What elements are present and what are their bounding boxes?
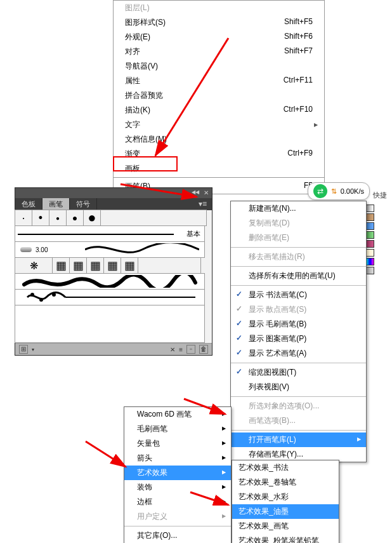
lib-wacom[interactable]: Wacom 6D 画笔 (124, 407, 231, 422)
ctx-thumb-view[interactable]: 缩览图视图(T) (231, 365, 366, 380)
brush-size-value: 3.00 (36, 246, 48, 253)
art-ink[interactable]: 艺术效果_油墨 (232, 504, 339, 519)
brush-thumb-grid[interactable] (138, 257, 201, 274)
art-chalk[interactable]: 艺术效果_粉笔炭笔铅笔 (232, 533, 339, 543)
brush-thumb[interactable]: ● (49, 210, 67, 226)
brush-list: · • ● ● ● 基本 3.00 ❋ ▦ ▦ ▦ (15, 210, 212, 344)
ctx-show-art[interactable]: 显示 艺术画笔(A) (231, 346, 366, 361)
menu-label: 导航器(V) (125, 61, 158, 72)
ctx-show-brush[interactable]: 显示 毛刷画笔(B) (231, 317, 366, 332)
ctx-sel-options: 所选对象的选项(O)... (231, 399, 366, 413)
menu-shortcut: Ctrl+F11 (284, 76, 313, 86)
brush-thumb[interactable]: • (32, 210, 49, 226)
menu-shortcut: Ctrl+F10 (284, 105, 313, 116)
menu-item-attributes[interactable]: 属性 Ctrl+F11 (114, 74, 324, 88)
panel-tabs: 色板 画笔 符号 ▾≡ (15, 198, 212, 210)
lib-vector[interactable]: 矢量包 (124, 436, 231, 451)
svg-point-1 (39, 298, 43, 302)
ctx-list-view[interactable]: 列表视图(V) (231, 380, 366, 394)
ctx-dup-brush: 复制画笔(D) (231, 216, 366, 231)
remove-stroke-icon[interactable]: ✕ (170, 346, 175, 353)
ctx-del-brush: 删除画笔(E) (231, 231, 366, 245)
library-icon[interactable]: ⊞ (19, 345, 28, 354)
ctx-brush-options: 画笔选项(B)... (231, 413, 366, 428)
menu-label: 文字 (125, 119, 140, 130)
menu-label: 文档信息(M) (125, 134, 167, 145)
lib-arrows[interactable]: 箭头 (124, 451, 231, 466)
brush-thumb-grid[interactable]: ▦ (86, 257, 104, 274)
lib-artistic[interactable]: 艺术效果 (124, 466, 231, 480)
panel-footer: ⊞ ▾ ✕ ≡ ▫ 🗑 (15, 344, 212, 355)
menu-label: 图层(L) (125, 3, 150, 13)
menu-item-flattener[interactable]: 拼合器预览 (114, 88, 324, 103)
brush-sample-rough[interactable] (15, 273, 205, 290)
art-scroll[interactable]: 艺术效果_卷轴笔 (232, 475, 339, 490)
brush-thumb[interactable]: ● (83, 210, 101, 226)
wave-preview (85, 243, 199, 256)
ctx-remove-stroke: 移去画笔描边(R) (231, 250, 366, 264)
brush-thumb-ornament[interactable]: ❋ (15, 257, 53, 274)
brush-library-menu: Wacom 6D 画笔 毛刷画笔 矢量包 箭头 艺术效果 装饰 边框 用户定义 … (124, 406, 232, 543)
menu-item-graphic-styles[interactable]: 图形样式(S) Shift+F5 (114, 15, 324, 30)
menu-label: 图形样式(S) (125, 17, 166, 28)
lib-borders[interactable]: 边框 (124, 495, 231, 509)
brush-sample-basic[interactable]: 基本 (15, 225, 205, 242)
svg-point-0 (30, 293, 34, 297)
lib-decorative[interactable]: 装饰 (124, 480, 231, 495)
brush-sample-flourish[interactable] (15, 289, 205, 305)
menu-item-navigator[interactable]: 导航器(V) (114, 59, 324, 74)
lib-bristle[interactable]: 毛刷画笔 (124, 422, 231, 436)
brush-sample-wave[interactable]: 3.00 (15, 241, 205, 258)
brush-thumb-grid[interactable]: ▦ (121, 257, 138, 274)
ctx-show-pattern[interactable]: 显示 图案画笔(P) (231, 332, 366, 346)
brush-thumb-grid[interactable]: ▦ (52, 257, 70, 274)
ctx-open-library[interactable]: 打开画笔库(L) (231, 432, 366, 447)
menu-label: 属性 (125, 76, 140, 86)
chevron-right-icon (310, 119, 318, 130)
annotation-highlight (113, 156, 178, 171)
brush-thumb-grid[interactable]: ▦ (69, 257, 87, 274)
menu-separator (114, 177, 324, 178)
ctx-show-calli[interactable]: 显示 书法画笔(C) (231, 288, 366, 302)
panel-menu-button[interactable]: ▾≡ (193, 198, 212, 210)
svg-line-6 (86, 441, 126, 467)
art-paintbrush[interactable]: 艺术效果_画笔 (232, 519, 339, 533)
art-watercolor[interactable]: 艺术效果_水彩 (232, 490, 339, 504)
menu-item-type[interactable]: 文字 (114, 117, 324, 132)
tab-swatches[interactable]: 色板 (15, 198, 42, 210)
panel-header[interactable]: ◀◀ ✕ (15, 188, 212, 198)
new-brush-icon[interactable]: ▫ (186, 345, 195, 354)
net-ext-label: 快捷 (373, 191, 387, 200)
art-calligraphic[interactable]: 艺术效果_书法 (232, 460, 339, 475)
menu-item-docinfo[interactable]: 文档信息(M) (114, 132, 324, 147)
brush-tip-icon (20, 247, 32, 252)
ctx-select-unused[interactable]: 选择所有未使用的画笔(U) (231, 269, 366, 283)
collapse-icon[interactable]: ◀◀ (192, 189, 199, 195)
delete-icon[interactable]: 🗑 (199, 345, 208, 354)
options-icon[interactable]: ≡ (179, 346, 183, 353)
lib-other[interactable]: 其它库(O)... (124, 528, 231, 543)
brush-thumb[interactable]: · (15, 210, 32, 226)
menu-shortcut: Shift+F6 (284, 32, 313, 43)
ctx-new-brush[interactable]: 新建画笔(N)... (231, 201, 366, 216)
menu-shortcut: Ctrl+F9 (287, 149, 313, 159)
tab-symbols[interactable]: 符号 (70, 198, 97, 210)
menu-shortcut: Shift+F5 (284, 17, 313, 28)
artistic-submenu: 艺术效果_书法 艺术效果_卷轴笔 艺术效果_水彩 艺术效果_油墨 艺术效果_画笔… (232, 460, 339, 543)
menu-item-stroke[interactable]: 描边(K) Ctrl+F10 (114, 103, 324, 117)
menu-label: 外观(E) (125, 32, 150, 43)
ctx-show-scatter[interactable]: 显示 散点画笔(S) (231, 302, 366, 317)
lib-user: 用户定义 (124, 509, 231, 524)
menu-item-layer[interactable]: 图层(L) (114, 1, 324, 15)
menu-label: 对齐 (125, 46, 140, 57)
menu-item-align[interactable]: 对齐 Shift+F7 (114, 44, 324, 59)
close-icon[interactable]: ✕ (204, 189, 209, 196)
tab-brushes[interactable]: 画笔 (42, 198, 70, 210)
menu-item-appearance[interactable]: 外观(E) Shift+F6 (114, 30, 324, 44)
brush-thumb[interactable] (100, 210, 207, 226)
brush-thumb[interactable]: ● (66, 210, 84, 226)
basic-label: 基本 (186, 229, 200, 239)
menu-label: 描边(K) (125, 105, 150, 116)
brush-thumb-grid[interactable]: ▦ (103, 257, 121, 274)
svg-point-2 (52, 293, 56, 297)
